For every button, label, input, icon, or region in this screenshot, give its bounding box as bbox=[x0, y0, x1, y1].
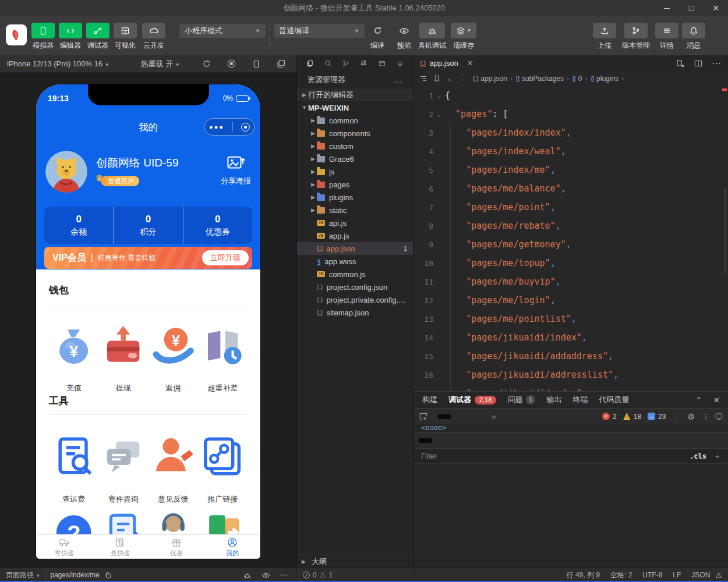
debugger-tab[interactable]: 问题 1 bbox=[507, 395, 535, 405]
multi-window-icon[interactable] bbox=[276, 59, 286, 69]
clear-cache-button[interactable]: ▼ 清缓存 bbox=[450, 23, 478, 51]
nav-back-icon[interactable]: ← bbox=[446, 74, 453, 83]
code-line[interactable]: 7 ⌄ "pages/me/point", bbox=[414, 198, 728, 217]
tree-item[interactable]: ʒ app.wxss bbox=[297, 255, 413, 268]
code-line[interactable]: 5 ⌄ "pages/index/me", bbox=[414, 161, 728, 179]
tree-item[interactable]: ▶ common bbox=[297, 114, 413, 127]
code-line[interactable]: 3 ⌄ "pages/index/index", bbox=[414, 123, 728, 142]
preview-button[interactable]: 预览 bbox=[391, 23, 417, 51]
simulator-toggle-button[interactable]: 模拟器 bbox=[30, 23, 56, 51]
outline-list-icon[interactable] bbox=[419, 74, 427, 83]
debugger-tab[interactable]: 构建 bbox=[422, 395, 437, 405]
grid-item[interactable]: ¥ 充值 bbox=[49, 315, 98, 379]
devtools-tab[interactable] bbox=[451, 414, 464, 419]
nav-forward-icon[interactable]: → bbox=[458, 74, 465, 83]
tree-item[interactable]: ▶ plugins bbox=[297, 191, 413, 204]
language-mode[interactable]: JSON bbox=[686, 571, 715, 579]
compile-mode-select[interactable]: 普通编译▼ bbox=[274, 24, 365, 38]
tabbar-item[interactable]: 优惠 bbox=[149, 535, 204, 559]
bookmark-icon[interactable] bbox=[433, 74, 441, 83]
devtools-tab[interactable] bbox=[476, 414, 489, 419]
share-poster-button[interactable]: 分享海报 bbox=[221, 151, 251, 193]
inspector-tab[interactable] bbox=[466, 438, 479, 443]
debugger-tab[interactable]: 终端 bbox=[572, 395, 588, 405]
inspector-tab[interactable] bbox=[434, 438, 447, 443]
tree-item[interactable]: {..} project.private.config.js... bbox=[297, 293, 413, 306]
close-panel-icon[interactable]: ✕ bbox=[713, 396, 720, 404]
copy-icon[interactable] bbox=[104, 572, 112, 579]
code-line[interactable]: 14 ⌄ "pages/jikuaidi/index", bbox=[414, 328, 728, 347]
cls-toggle-button[interactable]: .cls bbox=[690, 452, 706, 460]
problems-summary[interactable]: 0 ⚠ 1 bbox=[297, 568, 414, 582]
inspector-tab[interactable] bbox=[450, 438, 463, 443]
tree-item[interactable]: ▶ static bbox=[297, 204, 413, 217]
stat-item[interactable]: 0 余额 bbox=[44, 207, 113, 244]
breadcrumb-item[interactable]: {} 0 › bbox=[572, 74, 587, 83]
device-select[interactable]: iPhone 12/13 (Pro) 100% 16 ▼ bbox=[7, 59, 109, 68]
code-line[interactable]: 16 ⌄ "pages/jikuaidi/addresslist", bbox=[414, 365, 728, 384]
hot-reload-toggle[interactable]: 热重载 开 ▼ bbox=[141, 59, 180, 69]
restart-icon[interactable] bbox=[202, 59, 211, 69]
grid-item[interactable]: 联系客服 bbox=[149, 501, 198, 535]
fold-chevron-icon[interactable]: ⌄ bbox=[433, 93, 445, 99]
tree-item[interactable]: ▶ custom bbox=[297, 140, 413, 152]
tabbar-item[interactable]: 我的 bbox=[204, 535, 260, 559]
kebab-menu-icon[interactable]: ⋮ bbox=[702, 413, 709, 421]
close-button[interactable]: ✕ bbox=[704, 0, 728, 16]
compile-button[interactable]: 编译 bbox=[365, 23, 390, 51]
tree-item[interactable]: ▶ js bbox=[297, 165, 413, 178]
npm-package-icon[interactable] bbox=[378, 59, 386, 68]
code-line[interactable]: 11 ⌄ "pages/me/buyvip", bbox=[414, 272, 728, 291]
cursor-position[interactable]: 行 49, 列 9 bbox=[561, 570, 605, 580]
code-line[interactable]: 12 ⌄ "pages/me/login", bbox=[414, 291, 728, 310]
record-stop-icon[interactable] bbox=[227, 59, 236, 69]
tree-item[interactable]: ▶ Grace6 bbox=[297, 152, 413, 165]
code-line[interactable]: 4 ⌄ "pages/index/weal", bbox=[414, 142, 728, 161]
encoding[interactable]: UTF-8 bbox=[637, 571, 667, 579]
project-root-row[interactable]: ▼ MP-WEIXIN bbox=[297, 101, 413, 114]
tree-item[interactable]: JS app.js bbox=[297, 229, 413, 242]
add-style-icon[interactable]: ＋ bbox=[713, 451, 721, 462]
mode-select[interactable]: 小程序模式▼ bbox=[179, 24, 266, 38]
more-button[interactable]: ⋯ bbox=[280, 571, 287, 579]
info-count[interactable]: 23 bbox=[658, 413, 666, 421]
split-editor-icon[interactable] bbox=[694, 59, 703, 68]
code-area[interactable]: 1 ⌄ { 2 ⌄ "pages": [ 3 ⌄ "pages/index/in… bbox=[414, 86, 728, 391]
rotate-device-icon[interactable] bbox=[252, 59, 261, 69]
vconsole-bug-icon[interactable] bbox=[243, 571, 252, 580]
code-line[interactable]: 1 ⌄ { bbox=[414, 86, 728, 105]
upgrade-button[interactable]: 立即升级 bbox=[202, 250, 249, 265]
source-control-icon[interactable] bbox=[342, 59, 350, 68]
debugger-toggle-button[interactable]: 调试器 bbox=[85, 23, 111, 51]
code-line[interactable]: 10 ⌄ "pages/me/topup", bbox=[414, 254, 728, 272]
code-line[interactable]: 13 ⌄ "pages/me/pointlist", bbox=[414, 310, 728, 328]
extensions-icon[interactable] bbox=[360, 59, 368, 68]
code-line[interactable]: 6 ⌄ "pages/me/balance", bbox=[414, 179, 728, 198]
device-frame-icon[interactable] bbox=[715, 412, 723, 421]
tree-item[interactable]: JS common.js bbox=[297, 268, 413, 281]
debugger-tab[interactable]: 调试器 2,18 bbox=[448, 395, 496, 405]
grid-item[interactable]: 寄件咨询 bbox=[98, 425, 148, 489]
open-editors-row[interactable]: ▶ 打开的编辑器 bbox=[297, 88, 413, 101]
grid-item[interactable]: ? 帮助中心 bbox=[49, 501, 98, 535]
stat-item[interactable]: 0 优惠券 bbox=[183, 207, 252, 244]
tree-item[interactable]: {..} sitemap.json bbox=[297, 306, 413, 319]
tabbar-item[interactable]: 寄快递 bbox=[36, 535, 92, 559]
code-line[interactable]: 2 ⌄ "pages": [ bbox=[414, 105, 728, 123]
editor-tab-appjson[interactable]: {..} app.json ✕ bbox=[414, 55, 480, 71]
breadcrumb-item[interactable]: {} plugins › bbox=[591, 74, 624, 83]
inspector-tab[interactable] bbox=[419, 438, 432, 443]
tester-icon[interactable] bbox=[396, 59, 404, 68]
wxml-tree-clipped-node[interactable]: <page> bbox=[414, 424, 728, 430]
avatar[interactable] bbox=[45, 151, 87, 193]
code-line[interactable]: 15 ⌄ "pages/jikuaidi/addaddress", bbox=[414, 347, 728, 365]
messages-button[interactable]: 消息 bbox=[681, 23, 706, 51]
alert-icon[interactable]: ⚠ bbox=[715, 571, 722, 580]
open-changes-icon[interactable] bbox=[676, 59, 685, 68]
fold-chevron-icon[interactable]: ⌄ bbox=[433, 111, 445, 118]
maximize-button[interactable]: □ bbox=[679, 0, 704, 16]
eol-type[interactable]: LF bbox=[667, 571, 686, 579]
version-control-button[interactable]: 版本管理 bbox=[619, 23, 653, 51]
device-debug-button[interactable]: 真机调试 bbox=[416, 23, 448, 51]
outline-section[interactable]: ▶ 大纲 bbox=[297, 555, 413, 567]
